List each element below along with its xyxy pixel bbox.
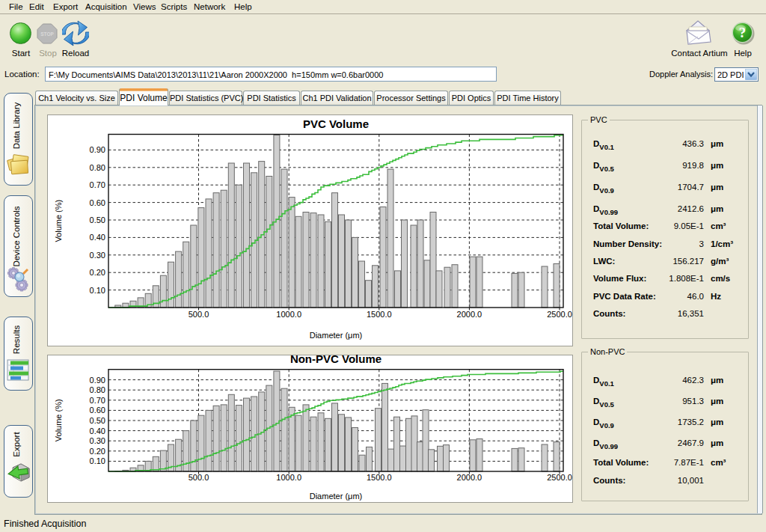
svg-text:0.70: 0.70 — [90, 396, 105, 405]
svg-text:0.70: 0.70 — [90, 180, 105, 189]
svg-text:2000.0: 2000.0 — [457, 310, 482, 319]
svg-text:0.40: 0.40 — [90, 426, 105, 435]
svg-text:500.0: 500.0 — [189, 310, 209, 319]
svg-text:0.20: 0.20 — [90, 447, 105, 456]
svg-text:?: ? — [739, 25, 747, 40]
svg-text:Volume (%): Volume (%) — [54, 399, 63, 441]
svg-text:1500.0: 1500.0 — [367, 310, 392, 319]
svg-text:1500.0: 1500.0 — [367, 473, 392, 482]
svg-text:0.90: 0.90 — [90, 145, 105, 154]
svg-text:0.30: 0.30 — [90, 251, 105, 260]
svg-text:Diameter (μm): Diameter (μm) — [310, 331, 363, 340]
svg-text:0.90: 0.90 — [90, 376, 105, 385]
svg-text:Non-PVC Volume: Non-PVC Volume — [290, 355, 382, 365]
svg-text:0.60: 0.60 — [90, 198, 105, 207]
svg-text:Volume (%): Volume (%) — [54, 200, 63, 242]
svg-text:PVC Volume: PVC Volume — [303, 117, 369, 130]
svg-text:1000.0: 1000.0 — [276, 310, 301, 319]
svg-text:500.0: 500.0 — [189, 473, 209, 482]
svg-text:2500.0: 2500.0 — [547, 310, 572, 319]
svg-text:0.50: 0.50 — [90, 416, 105, 425]
svg-text:2000.0: 2000.0 — [457, 473, 482, 482]
svg-text:0.50: 0.50 — [90, 215, 105, 224]
svg-text:0.80: 0.80 — [90, 385, 105, 394]
svg-text:0.40: 0.40 — [90, 233, 105, 242]
svg-text:Diameter (μm): Diameter (μm) — [310, 492, 363, 501]
svg-text:0.60: 0.60 — [90, 406, 105, 415]
svg-text:0.80: 0.80 — [90, 163, 105, 172]
svg-text:STOP: STOP — [40, 31, 54, 37]
svg-text:0.10: 0.10 — [90, 286, 105, 295]
svg-text:0.30: 0.30 — [90, 436, 105, 445]
svg-text:1000.0: 1000.0 — [276, 473, 301, 482]
svg-text:0.10: 0.10 — [90, 456, 105, 465]
svg-text:2500.0: 2500.0 — [547, 473, 572, 482]
svg-text:0.20: 0.20 — [90, 268, 105, 277]
